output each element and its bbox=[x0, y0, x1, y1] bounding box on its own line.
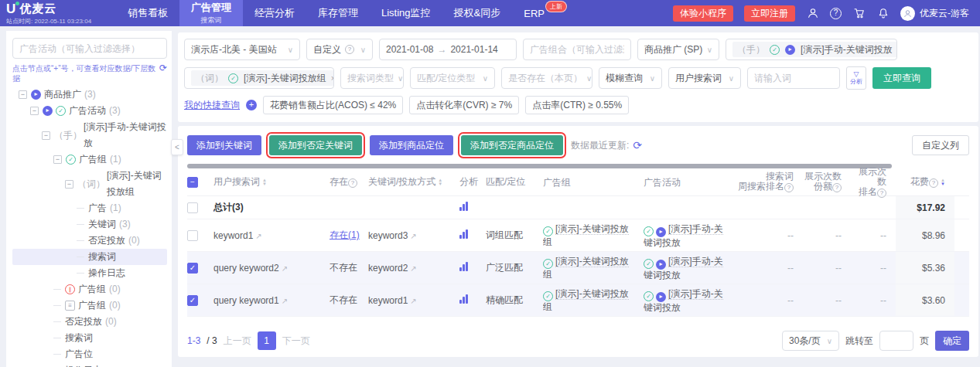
table-row[interactable]: keyword1↗存在(1)keyword3↗词组匹配✓[演示]-关键词投放组✓… bbox=[187, 219, 969, 252]
jump-page-input[interactable] bbox=[879, 331, 913, 351]
external-link-icon[interactable]: ↗ bbox=[282, 264, 288, 273]
sort-icon[interactable]: ▲▼ bbox=[438, 178, 442, 186]
row-checkbox[interactable] bbox=[187, 230, 198, 241]
user-menu[interactable]: 优麦云-游客 bbox=[900, 6, 969, 21]
expand-toggle-icon[interactable]: − bbox=[65, 180, 73, 189]
match-type-select[interactable]: 匹配/定位类型∨ bbox=[410, 67, 495, 89]
tree-refresh-icon[interactable]: ⟳ bbox=[159, 63, 167, 73]
table-row[interactable]: ✓query keyword1↗不存在keyword1↗精确匹配✓[演示]-关键… bbox=[187, 284, 969, 317]
exists-link[interactable]: 存在(1) bbox=[330, 229, 360, 240]
external-link-icon[interactable]: ↗ bbox=[410, 264, 416, 273]
tree-item-商品推广[interactable]: −▸商品推广(3) bbox=[12, 87, 167, 103]
page-size-select[interactable]: 30条/页∨ bbox=[782, 331, 839, 351]
adgroup-link[interactable]: [演示]-关键词投放组 bbox=[543, 256, 629, 280]
analyze-chart-icon[interactable] bbox=[459, 262, 468, 271]
table-row[interactable]: ✓query keyword2↗不存在keyword2↗广泛匹配✓[演示]-关键… bbox=[187, 252, 969, 284]
campaign-link[interactable]: [演示]手动-关键词投放 bbox=[644, 288, 723, 313]
confirm-button[interactable]: 确定 bbox=[935, 331, 969, 351]
expand-toggle-icon[interactable]: − bbox=[30, 107, 39, 115]
keyword-link[interactable]: keyword2 bbox=[368, 263, 408, 274]
portfolio-input[interactable] bbox=[523, 39, 631, 60]
external-link-icon[interactable]: ↗ bbox=[410, 297, 416, 305]
expand-toggle-icon[interactable]: − bbox=[42, 131, 50, 140]
tree-item-搜索词[interactable]: 搜索词 bbox=[12, 330, 167, 346]
nav-auth-sync[interactable]: 授权&同步 bbox=[442, 0, 513, 26]
add-to-product-targeting-button[interactable]: 添加到商品定位 bbox=[370, 135, 453, 155]
tree-item-操作日志[interactable]: 操作日志 bbox=[12, 265, 167, 281]
nav-inventory[interactable]: 库存管理 bbox=[306, 0, 370, 26]
cart-icon[interactable] bbox=[852, 7, 866, 20]
date-range-picker[interactable]: 2021-01-08 → 2021-01-14 bbox=[379, 39, 517, 60]
add-to-keywords-button[interactable]: 添加到关键词 bbox=[187, 135, 261, 155]
add-to-negative-keywords-button[interactable]: 添加到否定关键词 bbox=[269, 135, 362, 155]
row-checkbox[interactable]: ✓ bbox=[187, 295, 198, 306]
tree-item-广告活动[interactable]: −▸✓广告活动(3) bbox=[12, 103, 167, 119]
ad-type-select[interactable]: 商品推广 (SP)∨ bbox=[637, 39, 719, 60]
tree-item-[演示]手动-关键词投放[interactable]: −（手）[演示]手动-关键词投放 bbox=[12, 119, 167, 151]
external-link-icon[interactable]: ↗ bbox=[255, 232, 261, 240]
analyze-button[interactable]: ▽ 分析 bbox=[846, 66, 866, 90]
keyword-link[interactable]: keyword1 bbox=[368, 295, 408, 306]
tree-item-否定投放[interactable]: 否定投放(0) bbox=[12, 314, 167, 330]
tree-item-[演示]-关键词投放组[interactable]: −（词）[演示]-关键词投放组 bbox=[12, 168, 167, 200]
help-icon[interactable]: ? bbox=[830, 8, 842, 19]
adgroup-select[interactable]: （词） ✓ [演示]-关键词投放组 × bbox=[184, 67, 334, 89]
sidebar-collapse-button[interactable]: < bbox=[171, 139, 183, 155]
adgroup-link[interactable]: [演示]-关键词投放组 bbox=[543, 288, 629, 312]
filter-chip-cvr[interactable]: 点击转化率(CVR) ≥ 7% bbox=[409, 96, 519, 114]
analyze-chart-icon[interactable] bbox=[459, 294, 468, 304]
sort-icon[interactable]: ▲▼ bbox=[262, 178, 267, 186]
keyword-link[interactable]: keyword3 bbox=[368, 230, 408, 241]
exists-select[interactable]: 是否存在（本页）∨ bbox=[501, 67, 592, 89]
field-select[interactable]: 用户搜索词∨ bbox=[668, 67, 741, 89]
remove-tag-icon[interactable]: × bbox=[331, 73, 334, 83]
add-quick-query-icon[interactable]: + bbox=[246, 100, 257, 110]
word-input[interactable] bbox=[747, 67, 840, 89]
nav-listing-monitor[interactable]: Listing监控 bbox=[370, 0, 442, 26]
select-all-checkbox[interactable]: − bbox=[187, 177, 198, 188]
tree-item-广告组[interactable]: −✓广告组(1) bbox=[12, 151, 167, 168]
contact-icon[interactable] bbox=[806, 7, 819, 20]
tree-item-广告位[interactable]: 广告位 bbox=[12, 346, 167, 362]
add-to-negative-product-targeting-button[interactable]: 添加到否定商品定位 bbox=[461, 135, 563, 155]
expand-toggle-icon[interactable]: − bbox=[53, 155, 62, 164]
row-checkbox[interactable] bbox=[187, 202, 198, 213]
nav-business-analysis[interactable]: 经营分析 bbox=[243, 0, 306, 26]
filter-chip-acos[interactable]: 花费销售额占比(ACOS) ≤ 42% bbox=[263, 96, 403, 114]
current-page-button[interactable]: 1 bbox=[258, 331, 276, 350]
tree-item-否定投放[interactable]: 否定投放(0) bbox=[12, 233, 167, 249]
query-button[interactable]: 立即查询 bbox=[872, 67, 931, 89]
filter-chip-ctr[interactable]: 点击率(CTR) ≥ 0.55% bbox=[525, 96, 629, 114]
prev-page-button[interactable]: 上一页 bbox=[224, 335, 251, 348]
tree-item-广告组[interactable]: ≡广告组(0) bbox=[12, 297, 167, 314]
campaign-select[interactable]: （手） ✓ ▸ [演示]手动-关键词投放 × bbox=[726, 39, 897, 60]
notification-bell-icon[interactable] bbox=[876, 7, 890, 20]
tree-item-广告[interactable]: 广告(1) bbox=[12, 200, 167, 216]
nav-erp[interactable]: ERP 上新 bbox=[512, 0, 556, 26]
tree-item-操作日志[interactable]: 操作日志 bbox=[12, 362, 167, 367]
tree-item-关键词[interactable]: 关键词(3) bbox=[12, 216, 167, 233]
fuzzy-select[interactable]: 模糊查询∨ bbox=[599, 67, 662, 89]
refresh-icon[interactable]: ⟳ bbox=[633, 139, 642, 151]
analyze-chart-icon[interactable] bbox=[459, 229, 468, 239]
term-type-select[interactable]: 搜索词类型∨ bbox=[340, 67, 404, 89]
external-link-icon[interactable]: ↗ bbox=[282, 297, 288, 305]
analyze-chart-icon[interactable] bbox=[459, 202, 468, 211]
nav-sales-dashboard[interactable]: 销售看板 bbox=[116, 0, 179, 26]
experience-miniapp-button[interactable]: 体验小程序 bbox=[673, 5, 733, 22]
date-preset-select[interactable]: 自定义?∨ bbox=[306, 39, 373, 60]
sort-icon-spend[interactable]: ▲▼ bbox=[941, 178, 945, 186]
campaign-link[interactable]: [演示]手动-关键词投放 bbox=[644, 223, 723, 248]
tree-item-广告组[interactable]: ∥广告组(0) bbox=[12, 281, 167, 297]
tree-item-搜索词[interactable]: 搜索词 bbox=[12, 249, 167, 265]
customize-columns-button[interactable]: 自定义列 bbox=[912, 135, 969, 155]
nav-ad-management[interactable]: 广告管理 搜索词 bbox=[179, 0, 243, 26]
store-select[interactable]: 演示店-北美 - 美国站∨ bbox=[184, 39, 300, 60]
external-link-icon[interactable]: ↗ bbox=[410, 232, 416, 240]
adgroup-link[interactable]: [演示]-关键词投放组 bbox=[543, 223, 629, 247]
next-page-button[interactable]: 下一页 bbox=[282, 335, 310, 348]
row-checkbox[interactable]: ✓ bbox=[187, 263, 198, 274]
register-button[interactable]: 立即注册 bbox=[744, 5, 795, 22]
quick-query-link[interactable]: 我的快捷查询 bbox=[184, 99, 240, 112]
campaign-filter-input[interactable] bbox=[12, 38, 167, 59]
